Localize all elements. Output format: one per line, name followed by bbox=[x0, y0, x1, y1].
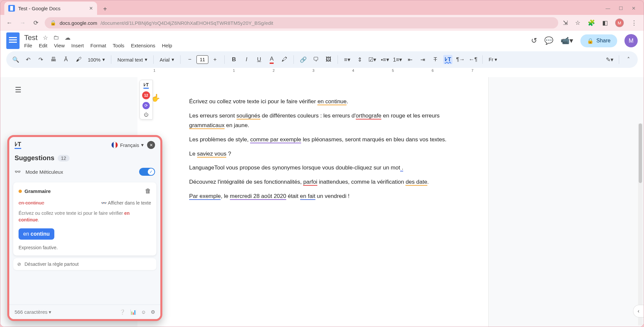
bold-icon[interactable]: B bbox=[229, 55, 239, 64]
comments-icon[interactable]: 💬 bbox=[544, 36, 553, 45]
star-icon[interactable]: ☆ bbox=[43, 34, 48, 41]
extensions-icon[interactable]: 🧩 bbox=[588, 19, 595, 26]
sidepanel-icon[interactable]: ◧ bbox=[602, 19, 608, 26]
menu-tools[interactable]: Tools bbox=[113, 43, 124, 48]
help-icon[interactable]: ❔ bbox=[119, 309, 126, 315]
insert-comment-icon[interactable]: 🗨 bbox=[311, 55, 320, 64]
history-icon[interactable]: ↺ bbox=[531, 36, 537, 45]
text-color-icon[interactable]: A bbox=[267, 55, 276, 64]
align-icon[interactable]: ≡▾ bbox=[343, 55, 352, 64]
input-tools-icon[interactable]: Fr ▾ bbox=[487, 57, 499, 63]
profile-avatar[interactable]: M bbox=[615, 19, 624, 27]
window-minimize-icon[interactable]: — bbox=[606, 6, 610, 11]
undo-icon[interactable]: ↶ bbox=[24, 55, 33, 64]
ruler[interactable]: 1 1 2 3 4 5 6 7 bbox=[6, 68, 638, 75]
indent-decrease-icon[interactable]: ⇤ bbox=[405, 55, 415, 64]
char-count[interactable]: 566 caractères ▾ bbox=[15, 309, 51, 315]
context-preview: Écrivez ou collez votre texte ici pour l… bbox=[19, 210, 151, 223]
browser-tab[interactable]: Test - Google Docs ✕ bbox=[4, 2, 97, 15]
line-spacing-icon[interactable]: ⇕ bbox=[355, 55, 364, 64]
font-select[interactable]: Arial ▾ bbox=[158, 57, 176, 63]
zoom-select[interactable]: 100% ▾ bbox=[86, 57, 106, 63]
lt-sync-icon[interactable]: ⟳ bbox=[142, 102, 150, 109]
bulleted-list-icon[interactable]: •≡▾ bbox=[380, 55, 390, 64]
document-title[interactable]: Test bbox=[24, 33, 37, 42]
share-button[interactable]: 🔒 Share bbox=[580, 34, 617, 47]
disable-rule-button[interactable]: ⊘ Désactiver la règle partout bbox=[13, 258, 156, 270]
forward-button[interactable]: → bbox=[18, 20, 27, 26]
lock-icon: 🔒 bbox=[587, 38, 594, 44]
suggestion-chip[interactable]: en continu bbox=[19, 228, 54, 240]
insert-image-icon[interactable]: 🖼 bbox=[324, 55, 333, 64]
redo-icon[interactable]: ↷ bbox=[36, 55, 45, 64]
explanation-text: Expression fautive. bbox=[19, 245, 151, 250]
search-menus-icon[interactable]: 🔍 bbox=[11, 55, 20, 64]
err-en-continue[interactable]: en continue bbox=[317, 98, 347, 105]
cloud-status-icon[interactable]: ☁ bbox=[65, 34, 71, 41]
clear-format-icon[interactable]: T bbox=[431, 55, 440, 64]
window-maximize-icon[interactable]: ☐ bbox=[619, 6, 623, 11]
lt-error-count-badge[interactable]: 12 bbox=[142, 91, 150, 99]
lt-toolbar-icon[interactable]: ﾚT bbox=[443, 55, 453, 64]
fontsize-input[interactable] bbox=[196, 55, 208, 64]
lt-logo-icon[interactable]: ﾚT bbox=[15, 141, 21, 149]
lt-power-icon[interactable]: ⏻ bbox=[144, 112, 148, 117]
account-avatar[interactable]: M bbox=[624, 34, 638, 47]
document-body[interactable]: Écrivez ou collez votre texte ici pour l… bbox=[189, 97, 454, 206]
install-app-icon[interactable]: ⇲ bbox=[563, 19, 568, 26]
chevron-down-icon: ▾ bbox=[141, 142, 144, 148]
panel-close-icon[interactable]: ✕ bbox=[147, 141, 155, 149]
insert-link-icon[interactable]: 🔗 bbox=[298, 55, 308, 64]
vertical-scrollbar[interactable] bbox=[638, 123, 643, 325]
stats-icon[interactable]: 📊 bbox=[130, 309, 136, 315]
scrollbar-thumb[interactable] bbox=[639, 123, 642, 183]
ltr-icon[interactable]: ¶→ bbox=[456, 55, 465, 64]
menu-extensions[interactable]: Extensions bbox=[131, 43, 155, 48]
menu-view[interactable]: View bbox=[54, 43, 65, 48]
editing-mode-icon[interactable]: ✎▾ bbox=[605, 55, 614, 64]
smiley-icon[interactable]: ☺ bbox=[141, 309, 146, 315]
bookmark-icon[interactable]: ☆ bbox=[575, 19, 580, 26]
italic-icon[interactable]: I bbox=[242, 55, 251, 64]
menu-format[interactable]: Format bbox=[90, 43, 106, 48]
docs-logo-icon[interactable] bbox=[6, 32, 20, 49]
picky-mode-toggle[interactable] bbox=[139, 168, 155, 176]
browser-menu-icon[interactable]: ⋮ bbox=[631, 19, 637, 26]
show-in-text-button[interactable]: 👓 Afficher dans le texte bbox=[101, 200, 151, 206]
paint-format-icon[interactable]: 🖌 bbox=[74, 55, 83, 64]
menu-bar: File Edit View Insert Format Tools Exten… bbox=[24, 43, 172, 48]
back-button[interactable]: ← bbox=[5, 20, 14, 26]
print-icon[interactable]: 🖶 bbox=[49, 55, 58, 64]
fontsize-decrease-button[interactable]: − bbox=[185, 55, 194, 64]
category-dot-icon bbox=[19, 190, 22, 193]
menu-file[interactable]: File bbox=[24, 43, 32, 48]
menu-edit[interactable]: Edit bbox=[39, 43, 47, 48]
dismiss-icon[interactable]: 🗑 bbox=[145, 188, 151, 195]
reload-button[interactable]: ⟳ bbox=[31, 19, 40, 26]
language-selector[interactable]: Français ▾ bbox=[111, 142, 144, 148]
menu-help[interactable]: Help bbox=[162, 43, 172, 48]
indent-increase-icon[interactable]: ⇥ bbox=[418, 55, 427, 64]
tab-close-icon[interactable]: ✕ bbox=[89, 6, 93, 11]
side-panel-toggle-icon[interactable]: ‹ bbox=[633, 305, 644, 317]
picky-mode-label: Mode Méticuleux bbox=[26, 169, 63, 175]
fontsize-increase-button[interactable]: + bbox=[210, 55, 220, 64]
menu-insert[interactable]: Insert bbox=[71, 43, 84, 48]
meet-icon[interactable]: 📹▾ bbox=[561, 36, 573, 45]
checklist-icon[interactable]: ☑▾ bbox=[368, 55, 377, 64]
outline-toggle-icon[interactable]: ☰ bbox=[15, 86, 22, 94]
lt-logo-icon[interactable]: ﾚT bbox=[143, 82, 149, 89]
settings-icon[interactable]: ⚙ bbox=[151, 309, 155, 315]
address-bar[interactable]: 🔒 docs.google.com/document/d/1LPBNj6gYoQ… bbox=[45, 17, 558, 28]
window-close-icon[interactable]: ✕ bbox=[632, 6, 636, 11]
underline-icon[interactable]: U bbox=[254, 55, 264, 64]
move-folder-icon[interactable]: 🗀 bbox=[53, 34, 59, 41]
numbered-list-icon[interactable]: 1≡▾ bbox=[393, 55, 402, 64]
new-tab-button[interactable]: + bbox=[99, 3, 111, 15]
highlight-icon[interactable]: 🖍 bbox=[280, 55, 289, 64]
spellcheck-icon[interactable]: Ă bbox=[61, 55, 71, 64]
rtl-icon[interactable]: ←¶ bbox=[468, 55, 478, 64]
flag-france-icon bbox=[111, 142, 118, 148]
collapse-toolbar-icon[interactable]: ˄ bbox=[624, 55, 633, 64]
paragraph-style-select[interactable]: Normal text ▾ bbox=[116, 57, 149, 63]
